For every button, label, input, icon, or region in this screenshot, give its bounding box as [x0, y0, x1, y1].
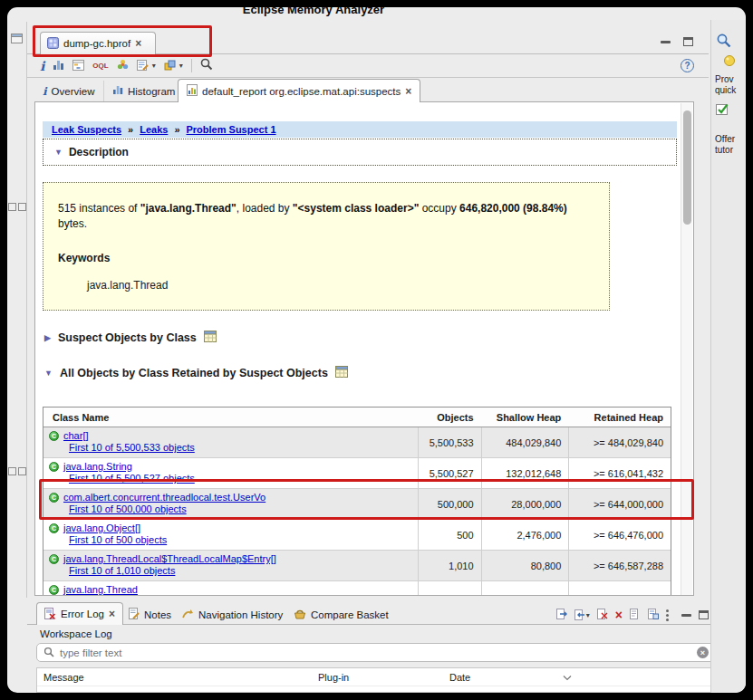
class-cell: Cjava.lang.Thread — [43, 581, 418, 596]
class-cell: Ccom.albert.concurrent.threadlocal.test.… — [43, 489, 418, 519]
clear-filter-icon[interactable]: × — [697, 647, 709, 658]
info-icon[interactable]: i — [40, 60, 44, 72]
filter-input[interactable] — [60, 647, 691, 658]
table-row-uservo[interactable]: Ccom.albert.concurrent.threadlocal.test.… — [43, 489, 671, 520]
table-row-threadlocal-entry[interactable]: Cjava.lang.ThreadLocal$ThreadLocalMap$En… — [43, 551, 671, 581]
class-link[interactable]: java.lang.String — [63, 461, 132, 472]
checklist-icon[interactable] — [716, 103, 729, 118]
table-row-object-array[interactable]: Cjava.lang.Object[] First 10 of 500 obje… — [43, 520, 671, 551]
class-link[interactable]: java.lang.Object[] — [63, 523, 140, 533]
first-objects-link[interactable]: First 10 of 5,500,527 objects — [69, 473, 195, 484]
report-icon[interactable] — [137, 58, 149, 74]
first-objects-link[interactable]: First 10 of 500 objects — [69, 534, 167, 545]
cheatsheet-text: Offer — [715, 134, 735, 144]
tab-notes[interactable]: Notes — [121, 604, 179, 625]
col-header-message[interactable]: Message — [37, 672, 318, 683]
section-title: Suspect Objects by Class — [58, 331, 197, 344]
class-icon: C — [49, 431, 59, 441]
close-icon[interactable]: × — [405, 86, 411, 97]
scrollbar-thumb[interactable] — [683, 110, 691, 225]
twistie-collapsed-icon[interactable]: ▶ — [44, 333, 51, 342]
breadcrumb-link-leaks[interactable]: Leaks — [140, 124, 168, 135]
desc-text: 515 instances of — [58, 202, 140, 215]
close-icon[interactable]: × — [135, 38, 141, 49]
overflow-dots-icon[interactable] — [666, 609, 669, 612]
search-icon — [43, 645, 54, 661]
section-suspect-objects-by-class[interactable]: ▶ Suspect Objects by Class — [44, 331, 217, 345]
class-link[interactable]: char[] — [63, 430, 89, 441]
class-icon: C — [49, 585, 59, 595]
search-icon[interactable] — [200, 58, 213, 74]
class-icon: C — [49, 462, 59, 472]
maximize-button[interactable] — [699, 610, 709, 619]
bottom-view-tabbar: Error Log × Notes Navigation History Com… — [27, 601, 716, 625]
tab-compare-basket[interactable]: Compare Basket — [286, 604, 396, 625]
chevron-down-icon[interactable]: ▾ — [179, 62, 183, 70]
class-link[interactable]: java.lang.ThreadLocal$ThreadLocalMap$Ent… — [63, 553, 276, 564]
table-row-char-array[interactable]: Cchar[] First 10 of 5,500,533 objects 5,… — [43, 427, 671, 458]
log-filter: × — [36, 643, 716, 662]
help-icon[interactable]: ? — [681, 59, 694, 72]
chevron-down-icon: ▾ — [586, 611, 590, 619]
shallow-heap-cell: 132,012,648 — [481, 458, 569, 488]
twistie-expanded-icon[interactable]: ▼ — [54, 148, 63, 157]
delete-log-icon[interactable] — [597, 607, 608, 623]
breadcrumb-link-problem-suspect-1[interactable]: Problem Suspect 1 — [187, 124, 276, 135]
query-browser-icon[interactable] — [164, 58, 176, 74]
tab-navigation-history[interactable]: Navigation History — [174, 604, 290, 625]
log-table-header: Message Plug-in Date — [37, 668, 715, 686]
right-trim-panel: Prov quick Offer tutor — [710, 20, 746, 693]
class-cell: Cjava.lang.String First 10 of 5,500,527 … — [43, 458, 418, 488]
col-header-retained-heap[interactable]: Retained Heap — [568, 412, 671, 423]
col-header-date[interactable]: Date — [449, 672, 563, 683]
desc-text: bytes. — [58, 217, 87, 230]
description-title[interactable]: Description — [69, 146, 129, 158]
maximize-button[interactable] — [683, 37, 693, 46]
retained-heap-cell: >= 646,587,288 — [568, 551, 671, 580]
chevron-down-icon[interactable]: ▾ — [152, 62, 156, 70]
col-header-plugin[interactable]: Plug-in — [318, 672, 449, 683]
table-row-string[interactable]: Cjava.lang.String First 10 of 5,500,527 … — [43, 458, 671, 489]
first-objects-link[interactable]: First 10 of 5,500,533 objects — [69, 442, 195, 453]
gear-icon[interactable] — [117, 58, 129, 74]
col-header-class-name[interactable]: Class Name — [43, 412, 418, 423]
section-all-objects-retained[interactable]: ▼ All Objects by Class Retained by Suspe… — [44, 366, 348, 380]
sort-chevron-icon[interactable] — [563, 672, 572, 683]
col-header-shallow-heap[interactable]: Shallow Heap — [481, 412, 569, 423]
vertical-scrollbar[interactable] — [681, 103, 692, 595]
tab-histogram[interactable]: Histogram — [104, 81, 184, 101]
class-link[interactable]: java.lang.Thread — [63, 584, 138, 595]
search-help-icon[interactable] — [716, 33, 732, 51]
breadcrumb-separator: » — [174, 124, 179, 135]
tab-default-report-suspects[interactable]: default_report org.eclipse.mat.api:suspe… — [178, 79, 420, 102]
table-row-thread[interactable]: Cjava.lang.Thread — [43, 581, 671, 596]
first-objects-link[interactable]: First 10 of 500,000 objects — [69, 503, 187, 514]
restore-editor-icon[interactable] — [11, 31, 23, 47]
minimize-button[interactable] — [681, 614, 691, 617]
minimized-view-icons[interactable] — [8, 199, 26, 216]
bulb-icon[interactable] — [723, 54, 736, 69]
objects-cell — [418, 581, 481, 596]
class-link[interactable]: com.albert.concurrent.threadlocal.test.U… — [63, 492, 265, 503]
histogram-icon — [112, 85, 123, 97]
tab-error-log[interactable]: Error Log × — [36, 602, 123, 625]
histogram-icon[interactable] — [53, 58, 64, 74]
oql-icon[interactable]: OQL — [92, 62, 108, 70]
open-log-icon[interactable] — [630, 607, 641, 623]
col-header-objects[interactable]: Objects — [418, 412, 481, 423]
twistie-expanded-icon[interactable]: ▼ — [44, 369, 53, 378]
import-log-button[interactable]: ▾ — [574, 609, 590, 620]
close-icon[interactable]: × — [109, 609, 115, 619]
desc-text: , loaded by — [237, 202, 293, 215]
restore-log-icon[interactable] — [648, 607, 659, 623]
export-log-icon[interactable] — [556, 607, 567, 623]
first-objects-link[interactable]: First 10 of 1,010 objects — [69, 565, 175, 576]
shallow-heap-cell: 80,800 — [481, 551, 569, 580]
minimize-button[interactable] — [661, 41, 671, 43]
editor-tab-dump-gc-hprof[interactable]: dump-gc.hprof × — [40, 32, 156, 54]
minimized-view-icons[interactable] — [8, 464, 26, 480]
breadcrumb-link-leak-suspects[interactable]: Leak Suspects — [52, 124, 121, 135]
clear-log-icon[interactable]: × — [615, 609, 623, 621]
tab-overview[interactable]: i Overview — [34, 81, 104, 101]
dominator-tree-icon[interactable] — [72, 58, 84, 74]
